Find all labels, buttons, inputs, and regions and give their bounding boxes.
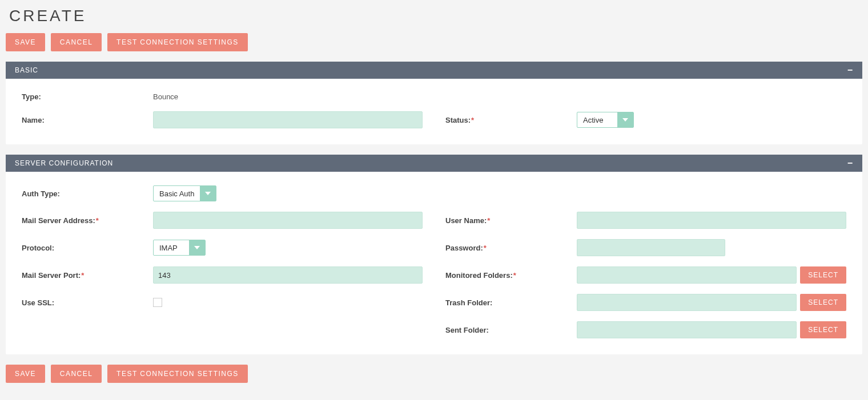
monitored-folders-label: Monitored Folders:* (445, 271, 577, 280)
status-select[interactable]: Active (577, 112, 634, 128)
protocol-select[interactable]: IMAP (153, 240, 206, 256)
type-value: Bounce (153, 92, 178, 101)
auth-type-select[interactable]: Basic Auth (153, 185, 216, 201)
password-input[interactable] (577, 239, 725, 256)
mail-server-port-label: Mail Server Port:* (22, 271, 153, 280)
test-connection-button[interactable]: TEST CONNECTION SETTINGS (107, 33, 248, 51)
type-label: Type: (22, 92, 153, 101)
page-title: CREATE (9, 7, 862, 25)
cancel-button-bottom[interactable]: CANCEL (51, 365, 102, 383)
minus-icon[interactable]: − (847, 67, 853, 74)
monitored-folders-select-button[interactable]: SELECT (800, 266, 846, 284)
user-name-label: User Name:* (445, 216, 577, 225)
server-config-panel-title: SERVER CONFIGURATION (15, 159, 113, 167)
chevron-down-icon (617, 112, 633, 127)
use-ssl-checkbox[interactable] (153, 298, 162, 307)
trash-folder-input[interactable] (577, 294, 797, 311)
password-label: Password:* (445, 244, 577, 252)
status-label: Status:* (445, 116, 577, 124)
sent-folder-select-button[interactable]: SELECT (800, 321, 846, 338)
minus-icon[interactable]: − (847, 160, 853, 167)
bottom-button-row: SAVE CANCEL TEST CONNECTION SETTINGS (6, 365, 862, 383)
mail-server-address-label: Mail Server Address:* (22, 216, 153, 225)
name-input[interactable] (153, 111, 423, 128)
monitored-folders-input[interactable] (577, 266, 797, 284)
use-ssl-label: Use SSL: (22, 298, 153, 307)
mail-server-address-input[interactable] (153, 212, 423, 229)
auth-type-select-value: Basic Auth (154, 186, 200, 201)
basic-panel-title: BASIC (15, 66, 38, 74)
protocol-label: Protocol: (22, 244, 153, 252)
auth-type-label: Auth Type: (22, 189, 153, 198)
basic-panel: BASIC − Type: Bounce Name: Status:* (6, 62, 862, 144)
chevron-down-icon (189, 240, 205, 255)
trash-folder-label: Trash Folder: (445, 298, 577, 307)
trash-folder-select-button[interactable]: SELECT (800, 294, 846, 311)
basic-panel-header[interactable]: BASIC − (6, 62, 862, 79)
user-name-input[interactable] (577, 212, 846, 229)
protocol-select-value: IMAP (154, 240, 189, 255)
top-button-row: SAVE CANCEL TEST CONNECTION SETTINGS (6, 33, 862, 51)
cancel-button[interactable]: CANCEL (51, 33, 102, 51)
mail-server-port-input[interactable] (153, 266, 423, 284)
server-config-panel-header[interactable]: SERVER CONFIGURATION − (6, 155, 862, 172)
save-button[interactable]: SAVE (6, 33, 45, 51)
save-button-bottom[interactable]: SAVE (6, 365, 45, 383)
server-config-panel: SERVER CONFIGURATION − Auth Type: Basic … (6, 155, 862, 354)
sent-folder-label: Sent Folder: (445, 326, 577, 334)
test-connection-button-bottom[interactable]: TEST CONNECTION SETTINGS (107, 365, 248, 383)
status-select-value: Active (577, 112, 617, 127)
chevron-down-icon (200, 186, 216, 201)
name-label: Name: (22, 116, 153, 124)
sent-folder-input[interactable] (577, 321, 797, 338)
